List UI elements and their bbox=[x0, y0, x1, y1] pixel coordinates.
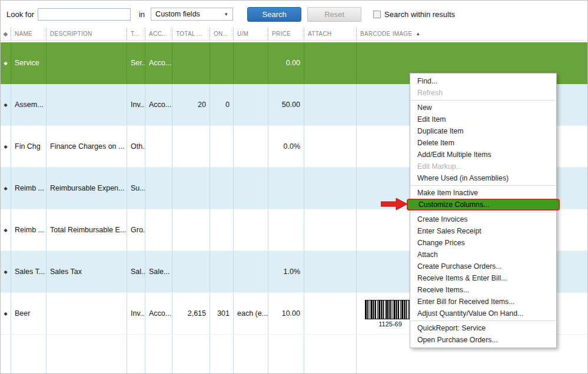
cell-on-hand: 0 bbox=[210, 84, 234, 125]
cell-name: Assem... bbox=[11, 84, 46, 125]
search-within-results-checkbox[interactable] bbox=[373, 11, 381, 18]
diamond-icon: ◆ bbox=[4, 102, 7, 108]
cell-total bbox=[172, 251, 210, 292]
menu-item-create-invoices[interactable]: Create Invoices bbox=[410, 213, 556, 225]
cell-type: Inv... bbox=[127, 293, 145, 334]
diamond-icon: ◆ bbox=[4, 186, 7, 191]
menu-separator bbox=[411, 100, 556, 101]
red-arrow-pointer bbox=[381, 198, 408, 211]
cell-name: Reimb ... bbox=[11, 209, 46, 251]
context-menu: Find... Refresh New Edit Item Duplicate … bbox=[410, 73, 557, 348]
cell-type: Sal... bbox=[127, 251, 145, 292]
menu-item-edit-item[interactable]: Edit Item bbox=[410, 113, 556, 125]
table-header: ◆ NAME DESCRIPTION T... ACC... TOTAL ...… bbox=[1, 28, 587, 41]
cell-um bbox=[234, 251, 268, 292]
cell-description bbox=[46, 84, 127, 125]
cell-type: Inv... bbox=[127, 84, 145, 125]
diamond-icon: ◆ bbox=[4, 144, 7, 149]
cell-price bbox=[268, 209, 304, 251]
menu-item-customize-columns[interactable]: Customize Columns... bbox=[407, 199, 560, 211]
cell-type: Oth... bbox=[127, 126, 145, 167]
diamond-icon: ◆ bbox=[4, 61, 7, 66]
sort-ascending-icon: ▲ bbox=[416, 31, 420, 36]
menu-item-create-purchase-orders[interactable]: Create Purchase Orders... bbox=[410, 261, 556, 272]
chevron-down-icon: ▼ bbox=[224, 12, 228, 17]
column-header-account[interactable]: ACC... bbox=[145, 28, 172, 40]
in-label: in bbox=[139, 10, 145, 19]
menu-item-find[interactable]: Find... bbox=[410, 75, 556, 87]
cell-um bbox=[234, 42, 268, 84]
column-header-price[interactable]: PRICE bbox=[268, 28, 304, 40]
cell-price: 10.00 bbox=[268, 293, 304, 334]
cell-attach bbox=[304, 293, 357, 334]
field-select[interactable]: Custom fields ▼ bbox=[151, 8, 233, 21]
menu-item-open-purchase-orders[interactable]: Open Purchase Orders... bbox=[410, 334, 556, 346]
search-button[interactable]: Search bbox=[247, 7, 301, 22]
cell-total bbox=[172, 209, 210, 251]
cell-total: 20 bbox=[172, 84, 210, 125]
menu-item-duplicate-item[interactable]: Duplicate Item bbox=[410, 125, 556, 137]
cell-type: Ser... bbox=[127, 42, 145, 84]
cell-attach bbox=[304, 42, 357, 84]
cell-attach bbox=[304, 168, 357, 209]
cell-on-hand bbox=[210, 126, 234, 167]
cell-total bbox=[172, 168, 210, 209]
menu-item-where-used[interactable]: Where Used (in Assemblies) bbox=[410, 172, 556, 184]
cell-type: Su... bbox=[127, 168, 145, 209]
menu-item-enter-sales-receipt[interactable]: Enter Sales Receipt bbox=[410, 225, 556, 237]
look-for-input[interactable] bbox=[38, 8, 131, 21]
menu-item-delete-item[interactable]: Delete Item bbox=[410, 137, 556, 149]
menu-separator bbox=[411, 185, 556, 186]
cell-attach bbox=[304, 209, 357, 251]
cell-total bbox=[172, 42, 210, 84]
cell-um bbox=[234, 84, 268, 125]
menu-item-receive-items[interactable]: Receive Items... bbox=[410, 284, 556, 296]
cell-account: Sale... bbox=[145, 251, 172, 292]
cell-type: Gro... bbox=[127, 209, 145, 251]
cell-name: Fin Chg bbox=[11, 126, 46, 167]
cell-total bbox=[172, 126, 210, 167]
cell-attach bbox=[304, 251, 357, 292]
cell-account bbox=[145, 209, 172, 251]
menu-separator bbox=[411, 212, 556, 212]
barcode-label: 1125-69 bbox=[378, 320, 402, 328]
menu-item-add-edit-multiple-items[interactable]: Add/Edit Multiple Items bbox=[410, 149, 556, 161]
cell-um bbox=[234, 168, 268, 209]
column-header-drag[interactable]: ◆ bbox=[1, 28, 11, 40]
cell-name: Reimb ... bbox=[11, 168, 46, 209]
cell-account bbox=[145, 126, 172, 167]
cell-account: Acco... bbox=[145, 84, 172, 125]
cell-total: 2,615 bbox=[172, 293, 210, 334]
barcode-header-label: BARCODE IMAGE bbox=[360, 31, 412, 37]
cell-on-hand: 301 bbox=[210, 293, 234, 334]
menu-item-attach[interactable]: Attach bbox=[410, 249, 556, 261]
menu-item-change-prices[interactable]: Change Prices bbox=[410, 237, 556, 249]
cell-name: Service bbox=[11, 42, 46, 84]
cell-attach bbox=[304, 84, 357, 125]
menu-item-adjust-quantity-value-on-hand[interactable]: Adjust Quantity/Value On Hand... bbox=[410, 308, 556, 319]
cell-on-hand bbox=[210, 209, 234, 251]
column-header-description[interactable]: DESCRIPTION bbox=[46, 28, 127, 40]
menu-item-receive-items-enter-bill[interactable]: Receive Items & Enter Bill... bbox=[410, 272, 556, 284]
column-header-um[interactable]: U/M bbox=[234, 28, 268, 40]
cell-price: 0.00 bbox=[268, 42, 304, 84]
column-header-attach[interactable]: ATTACH bbox=[304, 28, 357, 40]
cell-price: 0.0% bbox=[268, 126, 304, 167]
cell-description: Finance Charges on ... bbox=[46, 126, 127, 167]
menu-item-new[interactable]: New bbox=[410, 102, 556, 113]
column-header-total[interactable]: TOTAL ... bbox=[172, 28, 210, 40]
cell-account bbox=[145, 168, 172, 209]
column-header-name[interactable]: NAME bbox=[11, 28, 46, 40]
menu-item-refresh: Refresh bbox=[410, 87, 556, 99]
reset-button[interactable]: Reset bbox=[307, 7, 361, 22]
column-header-barcode-image[interactable]: BARCODE IMAGE ▲ bbox=[357, 28, 587, 40]
menu-item-quickreport-service[interactable]: QuickReport: Service bbox=[410, 322, 556, 334]
cell-attach bbox=[304, 126, 357, 167]
barcode-image: 1125-69 bbox=[365, 300, 416, 328]
column-header-type[interactable]: T... bbox=[127, 28, 145, 40]
cell-on-hand bbox=[210, 251, 234, 292]
menu-item-make-item-inactive[interactable]: Make Item Inactive bbox=[410, 187, 556, 199]
column-header-on-hand[interactable]: ON... bbox=[210, 28, 234, 40]
menu-item-enter-bill-for-received-items[interactable]: Enter Bill for Received Items... bbox=[410, 296, 556, 308]
cell-description bbox=[46, 42, 127, 84]
